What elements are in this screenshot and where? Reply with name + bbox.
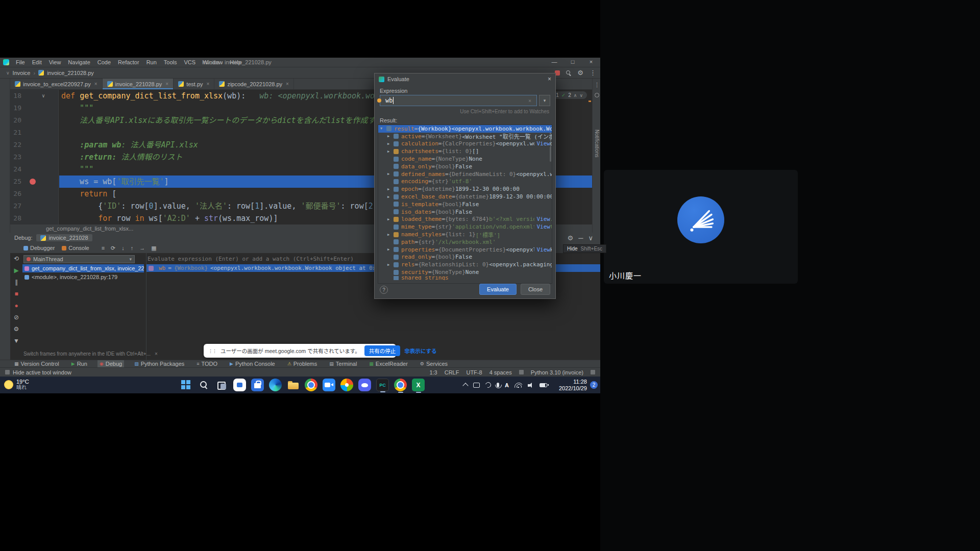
expand-arrow-icon[interactable]: ▶ [387, 172, 394, 176]
variable-row[interactable]: ▼result = {Workbook} <openpyxl.workbook.… [378, 125, 552, 133]
editor-tab[interactable]: invoice_221028.py× [103, 79, 174, 89]
fold-icon[interactable]: ∨ [42, 90, 45, 102]
stop-sharing-button[interactable]: 共有の停止 [364, 345, 401, 356]
expand-arrow-icon[interactable]: ▶ [387, 195, 394, 199]
tray-mic-icon[interactable] [497, 383, 499, 387]
menu-item-edit[interactable]: Edit [29, 58, 45, 66]
expand-arrow-icon[interactable]: ▶ [387, 263, 394, 267]
evaluate-button[interactable]: Evaluate [479, 284, 517, 295]
variable-row[interactable]: ▶defined_names = {DefinedNameList: 0} <o… [378, 170, 552, 178]
breadcrumb-project[interactable]: Invoice [13, 70, 31, 76]
close-button[interactable]: Close [521, 284, 550, 295]
tray-wifi-icon[interactable] [514, 383, 522, 388]
status-item[interactable]: 1:3 [429, 369, 437, 375]
drag-handle-icon[interactable]: ⋮⋮ [208, 348, 216, 354]
menu-item-run[interactable]: Run [143, 58, 160, 66]
tray-ime-icon[interactable]: A [505, 382, 509, 388]
expand-arrow-icon[interactable]: ▶ [387, 149, 394, 154]
status-item[interactable]: 4 spaces [489, 369, 512, 375]
settings-gear-icon[interactable]: ⚙ [568, 235, 574, 241]
variable-row[interactable]: data_only = {bool} False [378, 163, 552, 170]
tool-button-debug[interactable]: ◉Debug [97, 360, 124, 368]
clear-icon[interactable]: × [528, 98, 531, 104]
view-link[interactable]: View [534, 216, 551, 222]
debug-action-icon-6[interactable]: ⚙ [14, 325, 19, 333]
step-icon-5[interactable]: ▦ [151, 245, 156, 252]
step-icon-3[interactable]: ↑ [131, 245, 134, 252]
view-link[interactable]: View [534, 223, 551, 230]
expand-arrow-icon[interactable]: ▶ [387, 142, 394, 146]
tray-sync-icon[interactable] [484, 381, 492, 389]
taskbar-clock[interactable]: 11:28 2022/10/29 [559, 379, 587, 391]
debug-session-tab[interactable]: invoice_221028 [36, 234, 92, 241]
tool-button-python-console[interactable]: ▶Python Console [228, 360, 277, 368]
editor-tab[interactable]: zipcode_20221028.py× [214, 79, 294, 89]
taskbar-app-photos[interactable] [340, 379, 353, 391]
expand-arrow-icon[interactable]: ▶ [387, 134, 394, 138]
menu-item-refactor[interactable]: Refactor [114, 58, 143, 66]
menu-item-navigate[interactable]: Navigate [64, 58, 93, 66]
variable-row[interactable]: ▶rels = {RelationshipList: 0} <openpyxl.… [378, 261, 552, 268]
next-problem-icon[interactable]: ∨ [579, 93, 583, 98]
tray-battery-icon[interactable] [540, 383, 547, 387]
expand-arrow-icon[interactable]: ▼ [380, 127, 386, 131]
participant-tile[interactable]: 小川慶一 [604, 170, 798, 284]
tool-button-version-control[interactable]: ▦Version Control [12, 360, 61, 368]
menu-item-view[interactable]: View [45, 58, 65, 66]
search-icon[interactable] [566, 70, 571, 76]
status-item[interactable]: CRLF [445, 369, 459, 375]
dismiss-hint-icon[interactable]: × [155, 351, 158, 357]
stripe-label-notifications[interactable]: Notifications [594, 130, 600, 157]
variable-row[interactable]: iso_dates = {bool} False [378, 208, 552, 216]
variable-row[interactable]: ▶named_styles = {list: 1} ['標準'] [378, 231, 552, 238]
settings-gear-icon[interactable]: ⚙ [577, 69, 583, 76]
debug-action-icon-4[interactable]: ● [14, 302, 18, 309]
tool-button-services[interactable]: ⚙Services [418, 360, 450, 368]
editor-tab[interactable]: invoice_to_excel220927.py× [10, 79, 103, 89]
expression-input[interactable]: wb × [380, 95, 537, 106]
minimize-panel-icon[interactable]: ─ [578, 235, 583, 241]
chevron-down-icon[interactable]: ∨ [6, 70, 10, 76]
close-button[interactable]: × [582, 58, 600, 67]
prev-problem-icon[interactable]: ∧ [574, 93, 577, 98]
tool-button-run[interactable]: ▶Run [69, 360, 89, 368]
taskbar-app-search[interactable] [198, 379, 210, 391]
variable-row[interactable]: ▶calculation = {CalcProperties} <openpyx… [378, 140, 552, 148]
tool-button-python-packages[interactable]: ▧Python Packages [132, 360, 186, 368]
variable-row[interactable]: is_template = {bool} False [378, 201, 552, 208]
variable-row[interactable]: ▶epoch = {datetime} 1899-12-30 00:00:00 [378, 185, 552, 193]
taskbar-app-pycharm[interactable]: PC [376, 379, 389, 391]
variable-row[interactable]: ▶active = {Worksheet} <Worksheet "取引先一覧 … [378, 133, 552, 140]
taskbar-app-start[interactable] [180, 379, 192, 391]
menu-item-tools[interactable]: Tools [160, 58, 181, 66]
variable-row[interactable]: security = {NoneType} None [378, 268, 552, 276]
tool-window-icon[interactable] [5, 370, 10, 374]
copilot-icon[interactable] [595, 93, 599, 97]
taskbar-app-chrome-profile[interactable] [394, 379, 407, 391]
variable-row[interactable]: ▶properties = {DocumentProperties} <open… [378, 246, 552, 254]
expand-arrow-icon[interactable]: ▶ [387, 187, 394, 191]
tool-button-problems[interactable]: ⚠Problems [285, 360, 320, 368]
variable-row[interactable]: ▶chartsheets = {list: 0} [] [378, 147, 552, 155]
taskbar-app-discord[interactable] [358, 379, 371, 391]
tab-close-icon[interactable]: × [165, 81, 168, 87]
debug-action-icon-7[interactable]: ▼ [13, 337, 19, 344]
variable-row[interactable]: code_name = {NoneType} None [378, 155, 552, 163]
thread-selector[interactable]: MainThread ▾ [23, 255, 135, 263]
taskbar-app-microsoft-store[interactable] [251, 379, 264, 391]
taskbar-app-chat[interactable] [233, 379, 246, 391]
lock-icon[interactable] [591, 370, 595, 374]
taskbar-app-edge[interactable] [269, 379, 282, 391]
status-item[interactable]: UTF-8 [466, 369, 482, 375]
tool-button-terminal[interactable]: ▤Terminal [327, 360, 359, 368]
notification-badge[interactable]: 2 [590, 381, 598, 389]
variable-row[interactable]: mime_type = {str} 'application/vnd.openx… [378, 223, 552, 231]
variable-row[interactable]: read_only = {bool} False [378, 254, 552, 261]
variable-row[interactable]: encoding = {str} 'utf-8' [378, 178, 552, 186]
minimize-button[interactable]: — [545, 58, 564, 67]
taskbar-app-meet-camera[interactable] [323, 379, 335, 391]
variable-row[interactable]: ▶loaded_theme = {bytes: 6784} b'<?xml ve… [378, 216, 552, 223]
debug-action-icon-0[interactable]: ⟲ [14, 255, 19, 262]
interpreter-widget[interactable]: Python 3.10 (invoice) [531, 369, 583, 375]
breakpoint-icon[interactable] [30, 179, 36, 185]
